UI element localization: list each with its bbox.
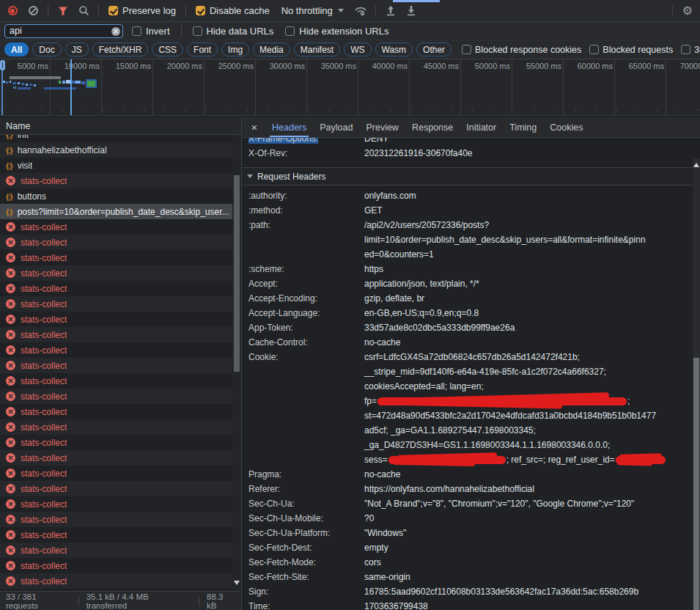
hide-extension-urls-checkbox[interactable]: Hide extension URLs [282, 26, 391, 37]
type-filter-pill[interactable]: All [4, 43, 29, 56]
tab-cookies[interactable]: Cookies [543, 117, 589, 137]
tab-payload[interactable]: Payload [313, 117, 359, 137]
request-row[interactable]: ✕stats-collect [0, 327, 232, 342]
checkbox-icon [589, 45, 599, 54]
type-filter-pill[interactable]: JS [65, 43, 89, 56]
request-row[interactable]: {:}buttons [0, 188, 232, 204]
request-row[interactable]: ✕stats-collect [0, 527, 232, 543]
network-overview-timeline[interactable]: 5000 ms10000 ms15000 ms20000 ms25000 ms3… [0, 59, 700, 116]
request-name: stats-collect [21, 438, 67, 448]
request-row[interactable]: {:}posts?limit=10&order=publish_date_des… [0, 204, 232, 219]
error-icon: ✕ [6, 515, 15, 524]
header-row: Pragma:no-cache [242, 467, 693, 482]
throttling-dropdown[interactable]: No throttling [277, 5, 348, 16]
request-row[interactable]: ✕stats-collect [0, 496, 232, 512]
tab-initiator[interactable]: Initiator [460, 117, 503, 137]
type-filter-pill[interactable]: Doc [32, 43, 61, 56]
request-row[interactable]: ✕stats-collect [0, 358, 232, 373]
request-row[interactable]: ✕stats-collect [0, 173, 232, 188]
request-row[interactable]: ✕stats-collect [0, 481, 232, 496]
tab-response[interactable]: Response [405, 117, 460, 137]
request-row[interactable]: ✕stats-collect [0, 450, 232, 466]
settings-button[interactable]: ⚙ [679, 3, 696, 19]
request-row[interactable]: ✕stats-collect [0, 235, 232, 250]
request-row[interactable]: ✕stats-collect [0, 250, 232, 265]
blocked-response-cookies-checkbox[interactable]: Blocked response cookies [460, 45, 583, 55]
json-request-icon: {:} [6, 135, 12, 139]
request-row[interactable]: ✕stats-collect [0, 512, 232, 527]
blocked-requests-checkbox[interactable]: Blocked requests [587, 45, 675, 55]
request-row[interactable]: ✕stats-collect [0, 281, 232, 296]
json-request-icon: {:} [6, 146, 12, 155]
request-row[interactable]: ✕stats-collect [0, 543, 232, 558]
request-row[interactable]: ✕stats-collect [0, 296, 232, 312]
request-row[interactable]: {:}visit [0, 158, 232, 173]
request-row[interactable]: ✕stats-collect [0, 558, 232, 573]
tab-timing[interactable]: Timing [503, 117, 543, 137]
export-har-button[interactable] [403, 3, 419, 19]
request-row[interactable]: ✕stats-collect [0, 573, 232, 589]
name-column-header[interactable]: Name [0, 117, 241, 135]
request-row[interactable]: ✕stats-collect [0, 466, 232, 481]
request-row[interactable]: {:}init [0, 135, 232, 142]
request-row[interactable]: ✕stats-collect [0, 265, 232, 281]
request-headers-section[interactable]: Request Headers [242, 167, 693, 185]
tab-preview[interactable]: Preview [359, 117, 405, 137]
type-filter-pill[interactable]: CSS [152, 43, 183, 56]
search-button[interactable] [75, 3, 92, 19]
header-name: Sec-Ch-Ua: [242, 496, 364, 511]
error-icon: ✕ [6, 361, 15, 370]
type-filter-pill[interactable]: Other [416, 43, 452, 56]
hide-data-urls-checkbox[interactable]: Hide data URLs [190, 26, 277, 37]
error-icon: ✕ [6, 530, 15, 540]
scroll-up-icon[interactable] [693, 163, 699, 167]
disable-cache-checkbox[interactable]: Disable cache [193, 5, 273, 16]
redaction-scribble [388, 456, 506, 464]
request-row[interactable]: ✕stats-collect [0, 312, 232, 327]
filter-button[interactable] [55, 3, 71, 19]
clear-button[interactable] [25, 3, 41, 19]
filter-input[interactable]: api × [4, 24, 123, 38]
request-row[interactable]: ✕stats-collect [0, 373, 232, 389]
pill-list: AllDocJSFetch/XHRCSSFontImgMediaManifest… [4, 43, 452, 56]
header-value: empty [364, 540, 693, 555]
request-row[interactable]: ✕stats-collect [0, 219, 232, 235]
error-icon: ✕ [6, 453, 15, 463]
request-row[interactable]: ✕stats-collect [0, 419, 232, 435]
close-details-button[interactable]: × [245, 117, 264, 137]
type-filter-pill[interactable]: Wasm [375, 43, 413, 56]
record-button[interactable] [4, 3, 21, 19]
type-filter-pill[interactable]: Img [221, 43, 249, 56]
brush-handle[interactable] [0, 60, 5, 70]
preserve-log-checkbox[interactable]: Preserve log [106, 5, 179, 16]
request-row[interactable]: ✕stats-collect [0, 389, 232, 404]
scrollbar-thumb[interactable] [693, 358, 699, 610]
type-filter-pill[interactable]: Media [253, 43, 290, 56]
request-row[interactable]: ✕stats-collect [0, 342, 232, 358]
header-value: csrf=LdfcGX4Sa72db06824c657db26a5d142472… [364, 350, 693, 467]
timeline-tick-label: 65000 ms [629, 62, 666, 70]
request-row[interactable]: ✕stats-collect [0, 404, 232, 419]
type-filter-pill[interactable]: Manifest [294, 43, 340, 56]
header-name: :authority: [242, 188, 364, 203]
download-icon [406, 5, 416, 16]
request-row[interactable]: {:}hannahelizabethofficial [0, 142, 232, 158]
details-scrollbar[interactable] [693, 158, 700, 610]
checkbox-icon [285, 26, 295, 36]
type-filter-pill[interactable]: Font [187, 43, 218, 56]
scroll-down-icon[interactable] [234, 581, 240, 585]
third-party-requests-checkbox[interactable]: 3rd-party requests [679, 45, 700, 55]
invert-checkbox[interactable]: Invert [129, 26, 173, 37]
network-conditions-icon [354, 5, 367, 17]
scrollbar-thumb[interactable] [234, 175, 240, 372]
import-har-button[interactable] [383, 3, 399, 19]
hide-data-urls-label: Hide data URLs [207, 26, 274, 37]
type-filter-pill[interactable]: WS [344, 43, 371, 56]
tab-headers[interactable]: Headers [265, 117, 313, 137]
request-row[interactable]: ✕stats-collect [0, 435, 232, 450]
network-conditions-button[interactable] [353, 3, 369, 19]
request-list-scrollbar[interactable] [232, 135, 241, 591]
clear-filter-icon[interactable]: × [111, 27, 120, 36]
type-filter-pill[interactable]: Fetch/XHR [92, 43, 149, 56]
header-value: https://onlyfans.com/hannahelizabethoffi… [364, 482, 693, 496]
